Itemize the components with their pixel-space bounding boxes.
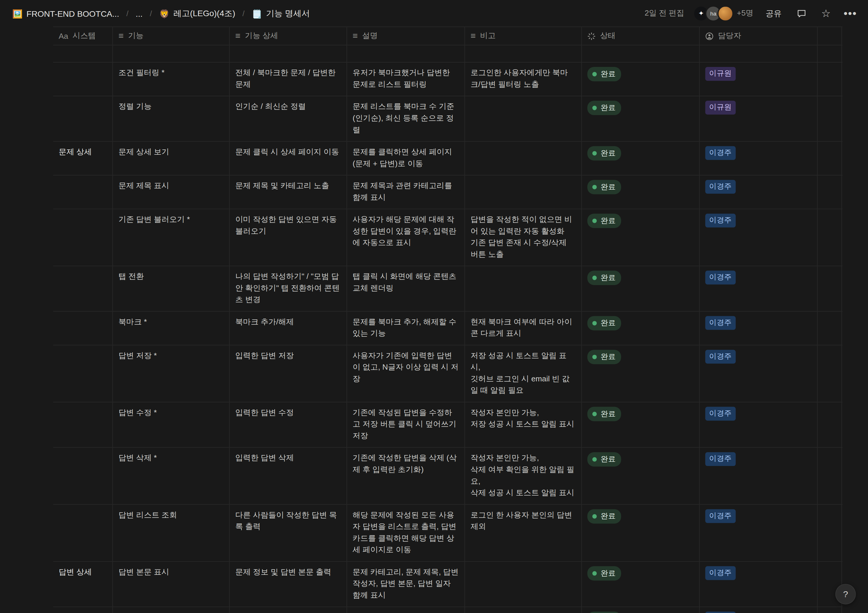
column-header-feature-detail[interactable]: ≡ 기능 상세	[229, 27, 347, 45]
assignee-tag[interactable]: 이규원	[705, 101, 736, 115]
table-row[interactable]: 탭 전환 나의 답변 작성하기" / "모범 답안 확인하기" 탭 전환하여 콘…	[53, 266, 842, 312]
status-badge[interactable]: 완료	[587, 407, 621, 421]
cell-feature-detail[interactable]: 문제 제목 및 카테고리 노출	[229, 176, 347, 209]
cell-feature[interactable]: 답변 저장 *	[113, 345, 230, 402]
cell-description[interactable]: 탭 클릭 시 화면에 해당 콘텐츠 교체 렌더링	[347, 266, 465, 311]
column-header-assignee[interactable]: 담당자	[700, 27, 818, 45]
cell-feature-detail[interactable]: 입력한 답변 삭제	[229, 448, 347, 504]
status-badge[interactable]: 완료	[587, 316, 621, 330]
cell-description[interactable]: 해당 문제에 작성된 모든 사용자 답변을 리스트로 출력, 답변 카드를 클릭…	[347, 505, 465, 561]
cell-note[interactable]	[465, 176, 582, 209]
cell-assignee[interactable]: 이규원	[700, 96, 818, 141]
table-row[interactable]: 정렬 기능 인기순 / 최신순 정렬 문제 리스트를 북마크 수 기준(인기순)…	[53, 96, 842, 142]
assignee-tag[interactable]: 이경주	[705, 316, 736, 330]
cell-description[interactable]: 유저가 북마크했거나 답변한 문제로 리스트 필터링	[347, 62, 465, 96]
cell-feature[interactable]: 조건 필터링 *	[113, 62, 230, 96]
cell-system[interactable]	[53, 505, 113, 561]
cell-status[interactable]: 완료	[582, 266, 700, 311]
cell-assignee[interactable]: 이경주	[700, 505, 818, 561]
assignee-tag[interactable]: 이규원	[705, 67, 736, 81]
cell-system[interactable]	[53, 345, 113, 402]
cell-feature[interactable]: 답변 본문 표시	[113, 562, 230, 607]
table-row[interactable]: 답변 좋아요 기능 * 하트 클릭 시 좋아요 추가/취소 답변을 좋아요 추가…	[53, 607, 842, 613]
table-row[interactable]: 답변 상세 답변 본문 표시 문제 정보 및 답변 본문 출력 문제 카테고리,…	[53, 562, 842, 607]
cell-status[interactable]	[582, 45, 700, 62]
assignee-tag[interactable]: 이경주	[705, 407, 736, 421]
cell-feature[interactable]: 답변 삭제 *	[113, 448, 230, 504]
avatar[interactable]	[718, 5, 733, 22]
table-row[interactable]	[53, 45, 842, 62]
cell-status[interactable]: 완료	[582, 96, 700, 141]
column-header-description[interactable]: ≡ 설명	[347, 27, 465, 45]
cell-feature[interactable]: 북마크 *	[113, 311, 230, 345]
cell-status[interactable]: 완료	[582, 562, 700, 607]
breadcrumb-item-current-page[interactable]: 🗒️ 기능 명세서	[250, 7, 312, 20]
cell-feature[interactable]: 답변 리스트 조회	[113, 505, 230, 561]
cell-status[interactable]: 완료	[582, 505, 700, 561]
status-badge[interactable]: 완료	[587, 566, 621, 581]
cell-feature-detail[interactable]: 입력한 답변 수정	[229, 402, 347, 447]
assignee-tag[interactable]: 이경주	[705, 452, 736, 466]
cell-note[interactable]	[465, 266, 582, 311]
cell-system[interactable]	[53, 45, 113, 62]
cell-description[interactable]: 사용자가 기존에 입력한 답변이 없고, N글자 이상 입력 시 저장	[347, 345, 465, 402]
breadcrumb-item-ellipsis[interactable]: ...	[133, 7, 145, 19]
cell-note[interactable]: 작성자 본인만 가능, 삭제 여부 확인을 위한 알림 필요, 삭제 성공 시 …	[465, 448, 582, 504]
status-badge[interactable]: 완료	[587, 350, 621, 364]
table-row[interactable]: 답변 삭제 * 입력한 답변 삭제 기존에 작성한 답변을 삭제 (삭제 후 입…	[53, 448, 842, 505]
cell-system[interactable]	[53, 448, 113, 504]
cell-assignee[interactable]: 이경주	[700, 311, 818, 345]
cell-description[interactable]: 문제 제목과 관련 카테고리를 함께 표시	[347, 176, 465, 209]
more-options-button[interactable]: •••	[842, 6, 858, 21]
cell-assignee[interactable]: 이경주	[700, 266, 818, 311]
cell-system[interactable]	[53, 96, 113, 141]
cell-note[interactable]: 현재 북마크 여부에 따라 아이콘 다르게 표시	[465, 311, 582, 345]
status-badge[interactable]: 완료	[587, 611, 621, 613]
cell-feature-detail[interactable]: 다른 사람들이 작성한 답변 목록 출력	[229, 505, 347, 561]
breadcrumb-item-workspace[interactable]: 🖼️ FRONT-END BOOTCA...	[10, 7, 121, 19]
assignee-tag[interactable]: 이경주	[705, 509, 736, 523]
cell-system[interactable]	[53, 402, 113, 447]
table-row[interactable]: 답변 리스트 조회 다른 사람들이 작성한 답변 목록 출력 해당 문제에 작성…	[53, 505, 842, 562]
cell-description[interactable]: 문제 카테고리, 문제 제목, 답변 작성자, 답변 본문, 답변 일자 함께 …	[347, 562, 465, 607]
cell-feature-detail[interactable]: 문제 정보 및 답변 본문 출력	[229, 562, 347, 607]
cell-feature[interactable]: 정렬 기능	[113, 96, 230, 141]
cell-system[interactable]: 답변 상세	[53, 562, 113, 607]
cell-system[interactable]: 문제 상세	[53, 142, 113, 175]
cell-system[interactable]	[53, 311, 113, 345]
favorite-button[interactable]: ☆	[818, 6, 834, 21]
cell-feature[interactable]: 문제 상세 보기	[113, 142, 230, 175]
cell-description[interactable]: 문제를 클릭하면 상세 페이지(문제 + 답변)로 이동	[347, 142, 465, 175]
cell-note[interactable]: 답변을 작성한 적이 없으면 비어 있는 입력란 자동 활성화 기존 답변 존재…	[465, 209, 582, 266]
table-row[interactable]: 답변 수정 * 입력한 답변 수정 기존에 작성된 답변을 수정하고 저장 버튼…	[53, 402, 842, 448]
cell-feature[interactable]: 답변 좋아요 기능 *	[113, 607, 230, 613]
cell-feature[interactable]: 문제 제목 표시	[113, 176, 230, 209]
table-row[interactable]: 문제 제목 표시 문제 제목 및 카테고리 노출 문제 제목과 관련 카테고리를…	[53, 176, 842, 209]
cell-feature-detail[interactable]: 나의 답변 작성하기" / "모범 답안 확인하기" 탭 전환하여 콘텐츠 변경	[229, 266, 347, 311]
cell-note[interactable]: 작성자 본인만 가능, 저장 성공 시 토스트 알림 표시	[465, 402, 582, 447]
cell-feature-detail[interactable]: 인기순 / 최신순 정렬	[229, 96, 347, 141]
cell-note[interactable]: 현재 좋아요 여부에 따라 아이콘 다르게 표시	[465, 607, 582, 613]
cell-note[interactable]: 로그인한 사용자에게만 북마크/답변 필터링 노출	[465, 62, 582, 96]
assignee-tag[interactable]: 이경주	[705, 566, 736, 580]
cell-assignee[interactable]: 이경주	[700, 402, 818, 447]
cell-system[interactable]	[53, 266, 113, 311]
assignee-tag[interactable]: 이경주	[705, 350, 736, 364]
cell-system[interactable]	[53, 209, 113, 266]
cell-note[interactable]	[465, 142, 582, 175]
cell-status[interactable]: 완료	[582, 448, 700, 504]
cell-description[interactable]	[347, 45, 465, 62]
status-badge[interactable]: 완료	[587, 452, 621, 466]
assignee-tag[interactable]: 이경주	[705, 146, 736, 160]
cell-feature-detail[interactable]: 입력한 답변 저장	[229, 345, 347, 402]
share-button[interactable]: 공유	[762, 6, 785, 21]
cell-status[interactable]: 완료	[582, 142, 700, 175]
cell-assignee[interactable]: 이경주	[700, 142, 818, 175]
cell-status[interactable]: 완료	[582, 209, 700, 266]
status-badge[interactable]: 완료	[587, 67, 621, 81]
cell-status[interactable]: 완료	[582, 402, 700, 447]
cell-assignee[interactable]: 이경주	[700, 562, 818, 607]
cell-feature[interactable]: 답변 수정 *	[113, 402, 230, 447]
status-badge[interactable]: 완료	[587, 509, 621, 523]
cell-description[interactable]: 기존에 작성된 답변을 수정하고 저장 버튼 클릭 시 덮어쓰기 저장	[347, 402, 465, 447]
